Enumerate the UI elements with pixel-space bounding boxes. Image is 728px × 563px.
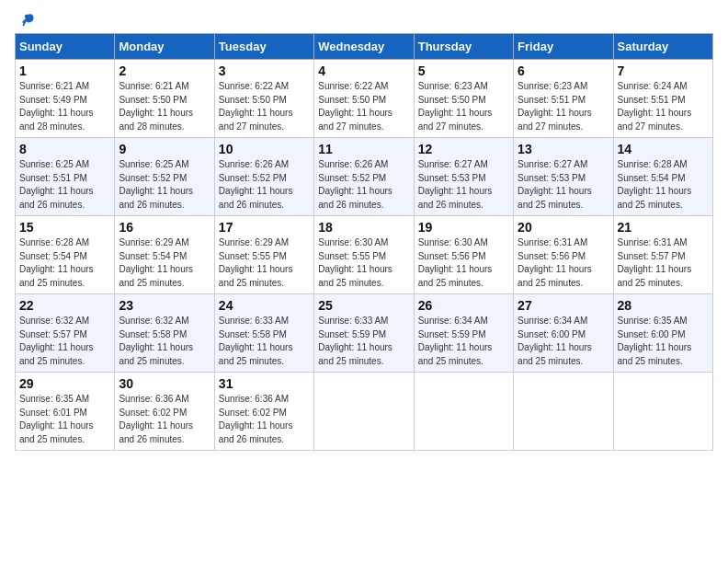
day-info: Sunrise: 6:25 AM Sunset: 5:52 PM Dayligh…: [119, 158, 210, 212]
day-info: Sunrise: 6:27 AM Sunset: 5:53 PM Dayligh…: [418, 158, 509, 212]
calendar-cell: 15Sunrise: 6:28 AM Sunset: 5:54 PM Dayli…: [16, 216, 115, 294]
calendar-cell: [414, 373, 513, 451]
calendar-cell: 25Sunrise: 6:33 AM Sunset: 5:59 PM Dayli…: [314, 294, 414, 373]
day-info: Sunrise: 6:21 AM Sunset: 5:50 PM Dayligh…: [119, 80, 210, 133]
weekday-header-friday: Friday: [514, 34, 613, 60]
day-number: 27: [518, 298, 609, 313]
calendar-cell: [514, 373, 613, 451]
day-number: 8: [19, 142, 110, 156]
calendar-cell: 29Sunrise: 6:35 AM Sunset: 6:01 PM Dayli…: [16, 373, 115, 451]
calendar-cell: [314, 373, 414, 451]
week-row-5: 29Sunrise: 6:35 AM Sunset: 6:01 PM Dayli…: [16, 373, 713, 451]
day-info: Sunrise: 6:31 AM Sunset: 5:57 PM Dayligh…: [618, 236, 709, 290]
calendar-cell: [613, 373, 712, 451]
day-info: Sunrise: 6:36 AM Sunset: 6:02 PM Dayligh…: [219, 393, 310, 446]
weekday-header-tuesday: Tuesday: [214, 34, 313, 60]
day-number: 14: [618, 142, 709, 156]
weekday-header-wednesday: Wednesday: [314, 34, 414, 60]
day-info: Sunrise: 6:26 AM Sunset: 5:52 PM Dayligh…: [318, 158, 409, 212]
day-info: Sunrise: 6:25 AM Sunset: 5:51 PM Dayligh…: [19, 158, 110, 212]
day-number: 22: [19, 298, 110, 313]
calendar-cell: 28Sunrise: 6:35 AM Sunset: 6:00 PM Dayli…: [613, 294, 712, 373]
day-number: 6: [518, 63, 609, 78]
day-number: 30: [119, 376, 210, 391]
day-number: 21: [618, 220, 709, 235]
calendar-cell: 30Sunrise: 6:36 AM Sunset: 6:02 PM Dayli…: [115, 373, 214, 451]
weekday-header-monday: Monday: [115, 34, 214, 60]
day-info: Sunrise: 6:23 AM Sunset: 5:51 PM Dayligh…: [518, 80, 609, 133]
calendar-cell: 4Sunrise: 6:22 AM Sunset: 5:50 PM Daylig…: [314, 60, 414, 138]
calendar-cell: 2Sunrise: 6:21 AM Sunset: 5:50 PM Daylig…: [115, 60, 214, 138]
calendar-cell: 20Sunrise: 6:31 AM Sunset: 5:56 PM Dayli…: [514, 216, 613, 294]
page-header: [15, 15, 713, 26]
calendar-cell: 16Sunrise: 6:29 AM Sunset: 5:54 PM Dayli…: [115, 216, 214, 294]
day-info: Sunrise: 6:34 AM Sunset: 5:59 PM Dayligh…: [418, 315, 509, 368]
day-info: Sunrise: 6:35 AM Sunset: 6:00 PM Dayligh…: [618, 315, 709, 368]
calendar-cell: 24Sunrise: 6:33 AM Sunset: 5:58 PM Dayli…: [214, 294, 313, 373]
day-info: Sunrise: 6:22 AM Sunset: 5:50 PM Dayligh…: [219, 80, 310, 133]
calendar-cell: 19Sunrise: 6:30 AM Sunset: 5:56 PM Dayli…: [414, 216, 513, 294]
logo: [15, 15, 37, 26]
day-info: Sunrise: 6:29 AM Sunset: 5:55 PM Dayligh…: [219, 236, 310, 290]
week-row-4: 22Sunrise: 6:32 AM Sunset: 5:57 PM Dayli…: [16, 294, 713, 373]
day-info: Sunrise: 6:34 AM Sunset: 6:00 PM Dayligh…: [518, 315, 609, 368]
day-info: Sunrise: 6:22 AM Sunset: 5:50 PM Dayligh…: [318, 80, 409, 133]
day-number: 17: [219, 220, 310, 235]
calendar-cell: 1Sunrise: 6:21 AM Sunset: 5:49 PM Daylig…: [16, 60, 115, 138]
day-number: 28: [618, 298, 709, 313]
calendar-cell: 22Sunrise: 6:32 AM Sunset: 5:57 PM Dayli…: [16, 294, 115, 373]
calendar: SundayMondayTuesdayWednesdayThursdayFrid…: [15, 33, 713, 451]
day-info: Sunrise: 6:28 AM Sunset: 5:54 PM Dayligh…: [19, 236, 110, 290]
weekday-header-sunday: Sunday: [16, 34, 115, 60]
calendar-cell: 31Sunrise: 6:36 AM Sunset: 6:02 PM Dayli…: [214, 373, 313, 451]
calendar-cell: 14Sunrise: 6:28 AM Sunset: 5:54 PM Dayli…: [613, 138, 712, 216]
calendar-cell: 26Sunrise: 6:34 AM Sunset: 5:59 PM Dayli…: [414, 294, 513, 373]
day-number: 31: [219, 376, 310, 391]
day-info: Sunrise: 6:32 AM Sunset: 5:58 PM Dayligh…: [119, 315, 210, 368]
day-info: Sunrise: 6:21 AM Sunset: 5:49 PM Dayligh…: [19, 80, 110, 133]
day-info: Sunrise: 6:27 AM Sunset: 5:53 PM Dayligh…: [518, 158, 609, 212]
day-info: Sunrise: 6:33 AM Sunset: 5:59 PM Dayligh…: [318, 315, 409, 368]
day-number: 15: [19, 220, 110, 235]
day-number: 4: [318, 63, 409, 78]
calendar-cell: 6Sunrise: 6:23 AM Sunset: 5:51 PM Daylig…: [514, 60, 613, 138]
weekday-header-row: SundayMondayTuesdayWednesdayThursdayFrid…: [16, 34, 713, 60]
day-info: Sunrise: 6:28 AM Sunset: 5:54 PM Dayligh…: [618, 158, 709, 212]
calendar-cell: 18Sunrise: 6:30 AM Sunset: 5:55 PM Dayli…: [314, 216, 414, 294]
day-number: 20: [518, 220, 609, 235]
day-number: 3: [219, 63, 310, 78]
calendar-cell: 23Sunrise: 6:32 AM Sunset: 5:58 PM Dayli…: [115, 294, 214, 373]
day-info: Sunrise: 6:26 AM Sunset: 5:52 PM Dayligh…: [219, 158, 310, 212]
calendar-cell: 13Sunrise: 6:27 AM Sunset: 5:53 PM Dayli…: [514, 138, 613, 216]
day-number: 16: [119, 220, 210, 235]
day-number: 24: [219, 298, 310, 313]
week-row-3: 15Sunrise: 6:28 AM Sunset: 5:54 PM Dayli…: [16, 216, 713, 294]
calendar-cell: 11Sunrise: 6:26 AM Sunset: 5:52 PM Dayli…: [314, 138, 414, 216]
calendar-cell: 27Sunrise: 6:34 AM Sunset: 6:00 PM Dayli…: [514, 294, 613, 373]
day-info: Sunrise: 6:32 AM Sunset: 5:57 PM Dayligh…: [19, 315, 110, 368]
weekday-header-thursday: Thursday: [414, 34, 513, 60]
day-number: 18: [318, 220, 409, 235]
day-number: 12: [418, 142, 509, 156]
calendar-cell: 17Sunrise: 6:29 AM Sunset: 5:55 PM Dayli…: [214, 216, 313, 294]
calendar-cell: 8Sunrise: 6:25 AM Sunset: 5:51 PM Daylig…: [16, 138, 115, 216]
day-info: Sunrise: 6:24 AM Sunset: 5:51 PM Dayligh…: [618, 80, 709, 133]
day-info: Sunrise: 6:23 AM Sunset: 5:50 PM Dayligh…: [418, 80, 509, 133]
day-info: Sunrise: 6:29 AM Sunset: 5:54 PM Dayligh…: [119, 236, 210, 290]
day-info: Sunrise: 6:36 AM Sunset: 6:02 PM Dayligh…: [119, 393, 210, 446]
day-number: 19: [418, 220, 509, 235]
day-number: 1: [19, 63, 110, 78]
day-number: 26: [418, 298, 509, 313]
day-number: 23: [119, 298, 210, 313]
calendar-cell: 10Sunrise: 6:26 AM Sunset: 5:52 PM Dayli…: [214, 138, 313, 216]
calendar-cell: 3Sunrise: 6:22 AM Sunset: 5:50 PM Daylig…: [214, 60, 313, 138]
day-number: 2: [119, 63, 210, 78]
calendar-cell: 7Sunrise: 6:24 AM Sunset: 5:51 PM Daylig…: [613, 60, 712, 138]
day-info: Sunrise: 6:30 AM Sunset: 5:55 PM Dayligh…: [318, 236, 409, 290]
day-number: 11: [318, 142, 409, 156]
day-info: Sunrise: 6:30 AM Sunset: 5:56 PM Dayligh…: [418, 236, 509, 290]
day-info: Sunrise: 6:31 AM Sunset: 5:56 PM Dayligh…: [518, 236, 609, 290]
calendar-cell: 5Sunrise: 6:23 AM Sunset: 5:50 PM Daylig…: [414, 60, 513, 138]
day-number: 25: [318, 298, 409, 313]
day-number: 10: [219, 142, 310, 156]
